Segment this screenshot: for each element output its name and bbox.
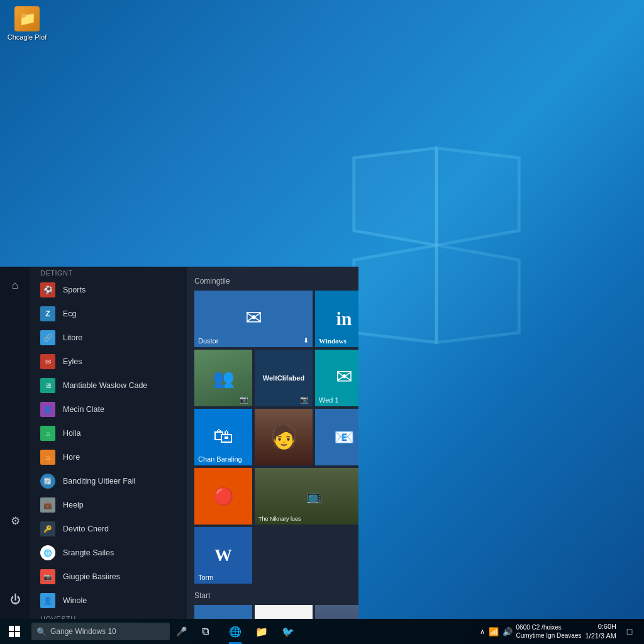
windows-start-icon [9,626,20,637]
taskbar-systray: ∧ 📶 🔊 0600 C2 /hoixes Cumytime Ign Deava… [480,619,644,644]
tile-dustor-download: ⬇ [303,336,309,345]
tile-dustor[interactable]: ✉ Dustor ⬇ [194,291,313,347]
start-menu: ⌂ ⚙ ⏻ Detignt ⚽ Sports Z Ecg 🔗 Litore ✉ [0,267,358,619]
app-litore[interactable]: 🔗 Litore [30,326,187,350]
tile-tynan[interactable]: 🧔 Tynan Blooot Cat Proos [315,605,358,619]
tile-eanlue[interactable]: ✉ Eanlue [194,605,252,619]
tile-chan[interactable]: 🧑 [255,409,313,465]
tile-niknary-visual: 📺 [306,489,322,504]
taskbar-search-box[interactable]: 🔍 Gange Windows 10 [31,623,170,640]
app-mecin[interactable]: 👤 Mecin Clate [30,397,187,421]
tile-google-mail-icon: ✉ [336,365,353,389]
nav-power-icon[interactable]: ⏻ [1,586,29,614]
app-banditing[interactable]: 🔄 Banditing Uitleer Fail [30,469,187,493]
app-srangte-label: Srangte Sailes [63,548,114,557]
tile-niknary[interactable]: 📺 The Niknary lues [255,468,358,525]
start-button[interactable] [0,619,29,644]
app-hore-icon: ⌂ [40,450,55,465]
start-nav-strip: ⌂ ⚙ ⏻ [0,267,30,619]
tile-photo1-camera: 📷 [240,396,248,404]
app-heelp[interactable]: 💼 Heelp [30,493,187,517]
app-giugpie[interactable]: 📷 Giugpie Basiires [30,565,187,589]
tile-torm-label: Torm [198,574,213,581]
clock-time: 0:60H [585,622,616,631]
tile-weltcli[interactable]: WeltClifabed 📷 [255,350,313,406]
start-tiles-panel: Comingtile ✉ Dustor ⬇ in Windows 👥 📷 [187,267,358,619]
tile-dustor-label: Dustor [198,337,218,345]
app-eyles[interactable]: ✉ Eyles [30,350,187,374]
tile-chrome-icon: 🔴 [213,487,233,506]
systray-ime: Cumytime Ign Deavaes [516,631,582,640]
twitter-icon: 🐦 [282,626,294,638]
systray-text: 0600 C2 /hoixes Cumytime Ign Deavaes [516,623,582,640]
taskbar-clock[interactable]: 0:60H 1/21/3 AM [585,622,616,641]
app-ecg[interactable]: Z Ecg [30,302,187,326]
task-view-icon: ⧉ [202,626,209,637]
app-srangte-icon: 🌐 [40,545,55,560]
tile-tynan-person: 🧔 [315,605,358,619]
app-winole-label: Winole [63,596,87,605]
notification-icon: □ [627,626,632,636]
app-sports-label: Sports [63,286,86,294]
tile-weltcli-text: WeltClifabed [260,371,307,385]
tile-linkedin[interactable]: in Windows [315,291,358,347]
tile-linkedin-icon: in [336,308,352,330]
app-devito[interactable]: 🔑 Devito Cnerd [30,517,187,541]
nav-settings-icon[interactable]: ⚙ [1,507,29,535]
tile-wed1-label: Chan Baraling [198,455,242,463]
taskbar-pinned-apps: 🌐 📁 🐦 [223,619,301,644]
cortana-button[interactable]: 🎤 [170,619,192,644]
app-winole-icon: 👤 [40,593,55,608]
desktop-icon-label: Chcagle Plof [8,33,47,41]
tile-torm[interactable]: W Torm [194,527,252,584]
section-detignt: Detignt [30,267,187,278]
taskbar-explorer[interactable]: 📁 [249,619,274,644]
app-devito-icon: 🔑 [40,521,55,536]
app-sports[interactable]: ⚽ Sports [30,278,187,302]
nav-home-icon[interactable]: ⌂ [1,272,29,299]
tile-wed1[interactable]: 🛍 Chan Baraling [194,409,252,465]
taskbar-twitter[interactable]: 🐦 [275,619,301,644]
edge-icon: 🌐 [229,626,242,638]
notification-center-button[interactable]: □ [620,619,639,644]
search-icon: 🔍 [36,627,47,636]
tile-chrome[interactable]: 🌐 A Claaert [255,605,313,619]
tile-photo1[interactable]: 👥 📷 [194,350,252,406]
tiles-section-comingtile: Comingtile [194,277,351,286]
app-giugpie-label: Giugpie Basiires [63,572,120,581]
app-hore-label: Hore [63,453,80,462]
app-eyles-label: Eyles [63,357,82,366]
app-ecg-icon: Z [40,306,55,321]
tile-chan-person: 🧑 [255,409,313,465]
app-mecin-icon: 👤 [40,402,55,417]
desktop-icon-image: 📁 [14,6,40,31]
up-arrow-icon[interactable]: ∧ [480,628,485,636]
app-litore-label: Litore [63,333,82,342]
svg-rect-1 [15,626,20,631]
app-sports-icon: ⚽ [40,282,55,297]
app-holla[interactable]: ⌂ Holla [30,421,187,445]
tile-chrome-circle[interactable]: 🔴 [194,468,252,525]
app-srangte[interactable]: 🌐 Srangte Sailes [30,541,187,565]
app-ecg-label: Ecg [63,309,77,318]
app-giugpie-icon: 📷 [40,569,55,584]
taskbar-edge[interactable]: 🌐 [223,619,248,644]
volume-icon[interactable]: 🔊 [502,627,513,636]
app-devito-label: Devito Cnerd [63,525,109,533]
tile-outlook-icon: 📧 [334,428,354,447]
app-winole[interactable]: 👤 Winole [30,589,187,613]
tile-outlook[interactable]: 📧 [315,409,358,465]
app-mecin-label: Mecin Clate [63,405,104,414]
desktop-icon-chrome-prof[interactable]: 📁 Chcagle Plof [5,6,49,41]
app-banditing-label: Banditing Uitleer Fail [63,477,135,486]
taskbar: 🔍 Gange Windows 10 🎤 ⧉ 🌐 📁 🐦 ∧ [0,619,644,644]
tile-linkedin-label: Windows [319,337,347,345]
tile-google-mail[interactable]: ✉ Wed 1 [315,350,358,406]
explorer-icon: 📁 [255,626,268,638]
app-hore[interactable]: ⌂ Hore [30,445,187,469]
network-icon[interactable]: 📶 [489,627,499,636]
app-mantiable[interactable]: 🖥 Mantiable Waslow Cade [30,374,187,397]
app-holla-label: Holla [63,429,81,438]
task-view-button[interactable]: ⧉ [192,619,218,644]
app-heelp-icon: 💼 [40,497,55,513]
